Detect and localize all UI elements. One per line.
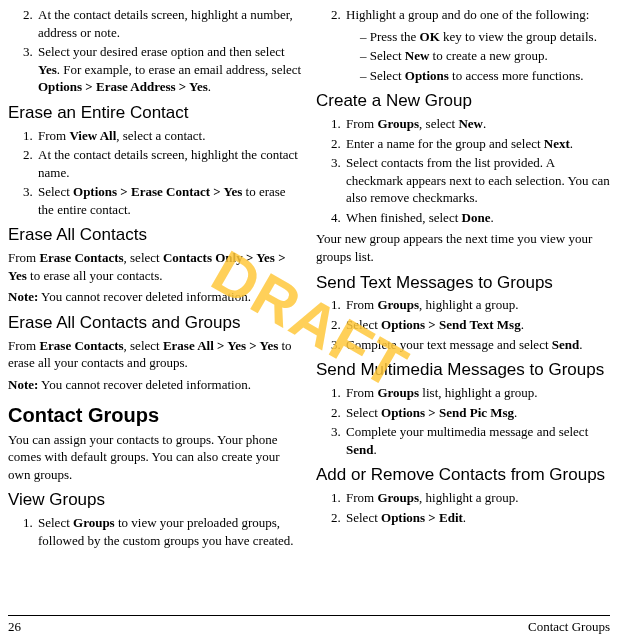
- note-text: You cannot recover deleted information.: [38, 377, 251, 392]
- create-group-steps: From Groups, select New. Enter a name fo…: [316, 115, 610, 226]
- send-mm-steps: From Groups list, highlight a group. Sel…: [316, 384, 610, 458]
- dash-item: – Select New to create a new group.: [360, 47, 610, 65]
- list-item: From Groups, highlight a group.: [344, 489, 610, 507]
- list-item: Select Options > Edit.: [344, 509, 610, 527]
- bold: Options: [405, 68, 449, 83]
- bold: Options > Edit: [381, 510, 463, 525]
- list-item: From Groups, highlight a group.: [344, 296, 610, 314]
- list-item: Select your desired erase option and the…: [36, 43, 302, 96]
- list-item: Enter a name for the group and select Ne…: [344, 135, 610, 153]
- text: to access more functions.: [449, 68, 584, 83]
- list-item: At the contact details screen, highlight…: [36, 146, 302, 181]
- dash-list: – Press the OK key to view the group det…: [316, 28, 610, 85]
- list-item: From Groups list, highlight a group.: [344, 384, 610, 402]
- bold: Done: [462, 210, 491, 225]
- bold: Groups: [73, 515, 115, 530]
- view-groups-steps: Select Groups to view your preloaded gro…: [8, 514, 302, 549]
- contact-groups-intro: You can assign your contacts to groups. …: [8, 431, 302, 484]
- text: Select: [346, 405, 381, 420]
- bold: Erase All > Yes > Yes: [163, 338, 278, 353]
- erase-details-steps: At the contact details screen, highlight…: [8, 6, 302, 96]
- bold: Groups: [377, 297, 419, 312]
- heading-send-mm: Send Multimedia Messages to Groups: [316, 359, 610, 382]
- text: Select your desired erase option and the…: [38, 44, 285, 59]
- text: , select: [124, 250, 163, 265]
- erase-all-groups-text: From Erase Contacts, select Erase All > …: [8, 337, 302, 372]
- text: list, highlight a group.: [419, 385, 537, 400]
- bold: Yes: [38, 62, 57, 77]
- text: .: [373, 442, 376, 457]
- text: Select contacts from the list provided. …: [346, 155, 610, 205]
- text: Select: [346, 317, 381, 332]
- text: From: [8, 338, 39, 353]
- list-item: Select Options > Send Text Msg.: [344, 316, 610, 334]
- bold: Groups: [377, 116, 419, 131]
- text: From: [346, 385, 377, 400]
- list-item: Highlight a group and do one of the foll…: [344, 6, 610, 24]
- bold: Options > Erase Address > Yes: [38, 79, 208, 94]
- step-text: At the contact details screen, highlight…: [38, 7, 293, 40]
- text: When finished, select: [346, 210, 462, 225]
- heading-erase-all-groups: Erase All Contacts and Groups: [8, 312, 302, 335]
- list-item: At the contact details screen, highlight…: [36, 6, 302, 41]
- heading-create-group: Create a New Group: [316, 90, 610, 113]
- right-column: Highlight a group and do one of the foll…: [316, 6, 610, 608]
- text: Complete your text message and select: [346, 337, 552, 352]
- note-label: Note:: [8, 289, 38, 304]
- bold: Erase Contacts: [39, 250, 123, 265]
- text: . For example, to erase an email address…: [57, 62, 301, 77]
- text: At the contact details screen, highlight…: [38, 147, 298, 180]
- page-footer: 26 Contact Groups: [8, 615, 610, 636]
- text: Select: [38, 515, 73, 530]
- text: Select: [38, 184, 73, 199]
- text: Complete your multimedia message and sel…: [346, 424, 588, 439]
- text: From: [38, 128, 69, 143]
- list-item: When finished, select Done.: [344, 209, 610, 227]
- heading-send-text: Send Text Messages to Groups: [316, 272, 610, 295]
- text: to create a new group.: [429, 48, 547, 63]
- text: , select a contact.: [116, 128, 205, 143]
- bold: Options > Send Text Msg: [381, 317, 521, 332]
- text: , highlight a group.: [419, 297, 518, 312]
- bold: New: [405, 48, 430, 63]
- bold: OK: [420, 29, 440, 44]
- bold: Options > Erase Contact > Yes: [73, 184, 242, 199]
- list-item: From Groups, select New.: [344, 115, 610, 133]
- add-remove-steps: From Groups, highlight a group. Select O…: [316, 489, 610, 526]
- bold: Send: [346, 442, 373, 457]
- erase-entire-steps: From View All, select a contact. At the …: [8, 127, 302, 219]
- text: From: [346, 116, 377, 131]
- list-item: From View All, select a contact.: [36, 127, 302, 145]
- list-item: Complete your multimedia message and sel…: [344, 423, 610, 458]
- note-text: You cannot recover deleted information.: [38, 289, 251, 304]
- bold: Options > Send Pic Msg: [381, 405, 514, 420]
- text: Select: [370, 68, 405, 83]
- bold: Groups: [377, 385, 419, 400]
- page-number: 26: [8, 618, 21, 636]
- note: Note: You cannot recover deleted informa…: [8, 288, 302, 306]
- bold: Groups: [377, 490, 419, 505]
- text: From: [346, 297, 377, 312]
- text: .: [463, 510, 466, 525]
- bold: New: [458, 116, 483, 131]
- text: , highlight a group.: [419, 490, 518, 505]
- text: .: [514, 405, 517, 420]
- view-groups-steps-cont: Highlight a group and do one of the foll…: [316, 6, 610, 24]
- heading-contact-groups: Contact Groups: [8, 402, 302, 429]
- send-text-steps: From Groups, highlight a group. Select O…: [316, 296, 610, 353]
- list-item: Select Options > Erase Contact > Yes to …: [36, 183, 302, 218]
- dash-item: – Select Options to access more function…: [360, 67, 610, 85]
- text: .: [579, 337, 582, 352]
- text: , select: [124, 338, 163, 353]
- create-group-tail: Your new group appears the next time you…: [316, 230, 610, 265]
- text: .: [483, 116, 486, 131]
- left-column: At the contact details screen, highlight…: [8, 6, 302, 608]
- list-item: Select contacts from the list provided. …: [344, 154, 610, 207]
- footer-section: Contact Groups: [528, 618, 610, 636]
- list-item: Complete your text message and select Se…: [344, 336, 610, 354]
- heading-erase-all-contacts: Erase All Contacts: [8, 224, 302, 247]
- list-item: Select Options > Send Pic Msg.: [344, 404, 610, 422]
- bold: Send: [552, 337, 579, 352]
- page-content: At the contact details screen, highlight…: [0, 0, 620, 610]
- text: Select: [346, 510, 381, 525]
